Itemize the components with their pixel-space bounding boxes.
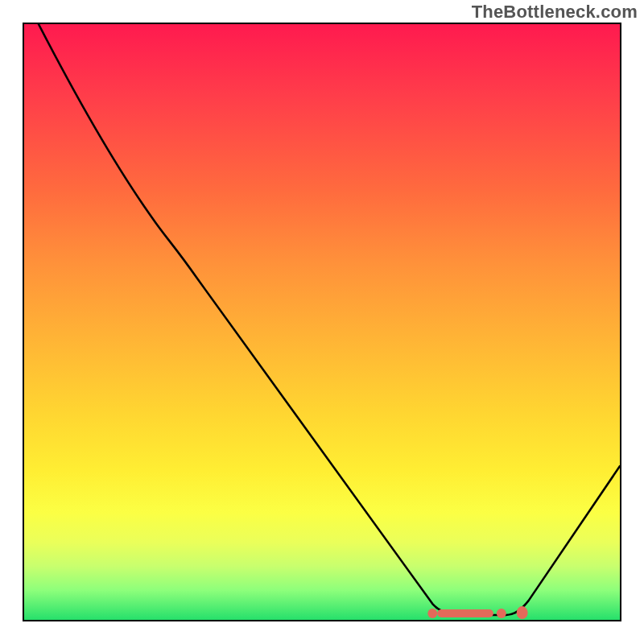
watermark-text: TheBottleneck.com	[472, 2, 638, 23]
optimal-markers	[427, 606, 527, 619]
plot-area	[23, 23, 621, 621]
marker-dot-right	[517, 606, 528, 619]
chart-container: TheBottleneck.com	[0, 0, 644, 644]
marker-bar	[437, 609, 493, 617]
marker-dot-left	[427, 609, 437, 618]
bottleneck-curve	[24, 24, 620, 620]
marker-dot-mid	[497, 609, 506, 618]
bottleneck-line	[39, 24, 620, 615]
